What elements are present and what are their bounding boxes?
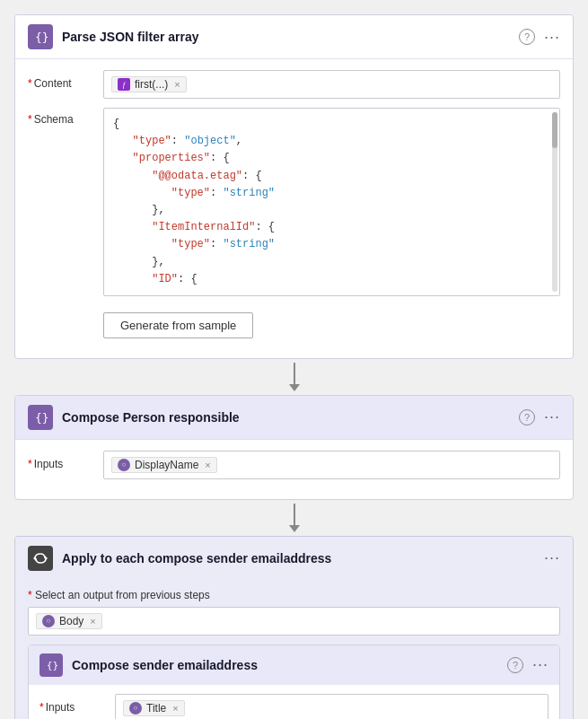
- title-token-close[interactable]: ×: [172, 703, 178, 714]
- schema-field-row: *Schema { "type": "object", "properties"…: [28, 108, 560, 338]
- title-token-icon: ○: [129, 702, 142, 715]
- schema-label: *Schema: [28, 108, 92, 126]
- parse-json-help-icon[interactable]: ?: [519, 29, 535, 45]
- compose-person-help-icon[interactable]: ?: [519, 409, 535, 425]
- svg-text:{}: {}: [35, 411, 48, 425]
- compose-sender-body: *Inputs ○ Title ×: [29, 685, 559, 719]
- compose-sender-more-button[interactable]: ···: [532, 655, 549, 674]
- parse-json-icon: {}: [28, 24, 53, 49]
- select-output-label: * Select an output from previous steps: [28, 589, 560, 601]
- content-field-row: *Content f first(...) ×: [28, 70, 560, 99]
- displayname-token-close[interactable]: ×: [205, 460, 210, 470]
- compose-person-actions: ? ···: [519, 408, 560, 426]
- arrow-line-1: [294, 363, 295, 384]
- schema-input-wrapper: { "type": "object", "properties": { "@@o…: [103, 108, 560, 338]
- generate-from-sample-button[interactable]: Generate from sample: [103, 312, 253, 338]
- apply-each-icon: [28, 546, 53, 571]
- compose-sender-icon: {}: [39, 653, 63, 677]
- arrow-connector-2: [14, 500, 574, 536]
- compose-sender-help-icon[interactable]: ?: [507, 657, 523, 673]
- compose-person-card: {} Compose Person responsible ? ··· *Inp…: [14, 395, 574, 500]
- compose-person-body: *Inputs ○ DisplayName ×: [15, 440, 573, 499]
- schema-scrollbar[interactable]: [552, 112, 557, 292]
- sender-input[interactable]: ○ Title ×: [115, 694, 549, 719]
- svg-text:{}: {}: [35, 31, 48, 44]
- circle-icon: ○: [118, 459, 130, 471]
- apply-each-header: Apply to each compose sender emailaddres…: [15, 537, 573, 580]
- compose-person-title: Compose Person responsible: [62, 410, 510, 425]
- compose-person-more-button[interactable]: ···: [544, 408, 560, 426]
- fx-icon: f: [118, 78, 130, 91]
- sender-inputs-label: *Inputs: [39, 694, 104, 714]
- inputs-label: *Inputs: [28, 451, 92, 470]
- svg-text:{}: {}: [47, 659, 57, 671]
- compose-person-header: {} Compose Person responsible ? ···: [15, 396, 573, 440]
- body-token: ○ Body ×: [36, 613, 102, 629]
- arrow-connector-1: [14, 359, 574, 395]
- apply-each-body: * Select an output from previous steps ○…: [15, 580, 573, 719]
- body-token-close[interactable]: ×: [90, 616, 95, 627]
- content-token-close[interactable]: ×: [174, 79, 180, 90]
- parse-json-body: *Content f first(...) × *Schema { "type"…: [15, 59, 573, 358]
- apply-each-actions: ···: [544, 548, 560, 567]
- generate-btn-wrapper: Generate from sample: [103, 303, 560, 338]
- compose-sender-actions: ? ···: [507, 655, 549, 674]
- apply-each-container: Apply to each compose sender emailaddres…: [14, 536, 574, 719]
- parse-json-more-button[interactable]: ···: [544, 28, 560, 47]
- apply-each-more-button[interactable]: ···: [544, 548, 560, 567]
- arrow-head-1: [289, 384, 300, 391]
- arrow-line-2: [294, 504, 295, 525]
- schema-input[interactable]: { "type": "object", "properties": { "@@o…: [103, 108, 560, 296]
- title-token: ○ Title ×: [123, 700, 185, 716]
- compose-sender-card: {} Compose sender emailaddress ? ··· *In…: [28, 644, 560, 719]
- content-label: *Content: [28, 70, 92, 90]
- schema-code: { "type": "object", "properties": { "@@o…: [113, 116, 550, 288]
- arrow-head-2: [289, 525, 300, 532]
- compose-sender-title: Compose sender emailaddress: [72, 658, 498, 672]
- apply-each-title: Apply to each compose sender emailaddres…: [62, 551, 535, 566]
- arrow-down-1: [289, 363, 300, 391]
- compose-person-input[interactable]: ○ DisplayName ×: [103, 451, 560, 479]
- content-input[interactable]: f first(...) ×: [103, 70, 560, 99]
- parse-json-actions: ? ···: [519, 28, 560, 47]
- parse-json-header: {} Parse JSON filter array ? ···: [15, 15, 573, 59]
- content-token: f first(...) ×: [111, 76, 187, 92]
- compose-person-icon: {}: [28, 405, 53, 430]
- arrow-down-2: [289, 504, 300, 532]
- displayname-token: ○ DisplayName ×: [111, 457, 217, 473]
- body-token-icon: ○: [42, 615, 55, 627]
- compose-sender-header: {} Compose sender emailaddress ? ···: [29, 645, 559, 685]
- parse-json-title: Parse JSON filter array: [62, 30, 510, 44]
- select-output-input[interactable]: ○ Body ×: [28, 607, 560, 636]
- inputs-field-row: *Inputs ○ DisplayName ×: [28, 451, 560, 479]
- svg-marker-3: [33, 556, 36, 561]
- sender-inputs-row: *Inputs ○ Title ×: [39, 694, 549, 719]
- parse-json-card: {} Parse JSON filter array ? ··· *Conten…: [14, 14, 574, 359]
